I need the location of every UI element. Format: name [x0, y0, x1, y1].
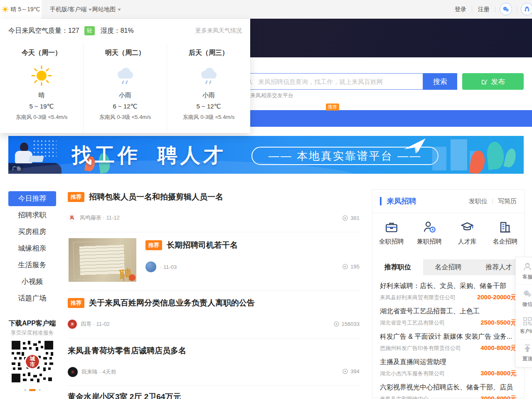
day-desc: 晴: [0, 91, 83, 99]
sidebar-item-today[interactable]: 今日推荐: [8, 191, 56, 206]
qr-carousel-dots: [8, 389, 56, 391]
sun-icon: [30, 64, 53, 87]
write-resume-link[interactable]: 写简历: [498, 197, 517, 205]
job-company: 来凤县六彩眼镜中心: [380, 395, 429, 399]
view-count: 195: [342, 264, 360, 270]
job-listing[interactable]: 六彩视界视光中心招聘店长、储备干部、店员 来凤县六彩眼镜中心3000-8000元: [380, 377, 517, 399]
topbar-divider: [472, 6, 472, 12]
recommend-badge: 推荐: [145, 240, 162, 250]
sidebar-item-dating[interactable]: 城缘相亲: [8, 244, 56, 253]
job-listing[interactable]: 主播及直播间运营助理 湖北小杰汽车服务有限公司3000-8000元: [380, 352, 517, 377]
tab-recommended-jobs[interactable]: 推荐职位: [372, 259, 423, 275]
app-client-button[interactable]: 客户端: [516, 312, 532, 340]
topbar-divider: [495, 6, 495, 12]
views-icon: [342, 264, 348, 270]
avatar: 凤: [68, 214, 76, 222]
feed-item-title[interactable]: 推荐 关于来凤百姓网分类信息业务负责人离职的公告: [68, 298, 255, 308]
customer-service-button[interactable]: 客服: [516, 257, 532, 285]
accent-bar: [380, 197, 382, 205]
job-listing[interactable]: 湖北省壹号工艺品招普工、上色工 湖北省壹号工艺品有限公司2500-5500元: [380, 301, 517, 327]
person-clock-icon: [422, 220, 436, 234]
view-count: 394: [342, 368, 360, 374]
quick-talent-pool[interactable]: 人才库: [448, 213, 486, 257]
feed-item-title[interactable]: 来凤县青荷坊零售店诚聘店员多名: [68, 345, 186, 356]
day-wind: 东南风 0-3级 <5.4m/s: [0, 113, 83, 121]
wechat-icon: [502, 5, 510, 13]
feed-item-meta: 酱 我来咯 · 4天前: [68, 367, 116, 377]
job-title: 科发广告 & 平面设计 新媒体 安装广告 业务...: [380, 332, 517, 341]
register-link[interactable]: 注册: [478, 0, 490, 19]
hot-search-text[interactable]: 来凤相亲交友平台: [250, 92, 293, 99]
views-icon: [333, 321, 340, 327]
job-title: 六彩视界视光中心招聘店长、储备干部、店员: [380, 383, 517, 392]
job-banner-ad[interactable]: 找工作 聘人才 —— 本地真实靠谱平台 —— 广告: [8, 136, 524, 174]
day-desc: 小雨: [84, 91, 167, 99]
customer-service-icon: [522, 261, 532, 271]
topbar-weather-tab[interactable]: 晴 5～19℃: [0, 0, 42, 19]
divider: [68, 232, 360, 232]
weather-day-tomorrow: 明天（周二） 小雨 6 ~ 12℃ 东南风 0-3级 <5.4m/s: [83, 43, 167, 133]
tab-top-companies[interactable]: 名企招聘: [423, 259, 474, 275]
divider: [68, 338, 360, 339]
topbar-sitemap-menu[interactable]: 网站地图: [92, 0, 121, 19]
feed-item-title[interactable]: 推荐 长期招聘司机若干名: [145, 240, 238, 251]
topbar-divider: [517, 6, 517, 12]
topbar-sitemap-label: 网站地图: [92, 6, 116, 13]
sidebar-item-topics[interactable]: 话题广场: [8, 293, 56, 303]
wechat-button[interactable]: 微信: [516, 285, 532, 312]
job-listing[interactable]: 好利来诚聘：店长、文员、采购、储备干部 来凤县好利来商贸有限责任公司2000-2…: [380, 276, 517, 301]
quick-fulltime[interactable]: 全职招聘: [372, 213, 410, 257]
aqi-level-badge: 轻: [84, 26, 95, 35]
qr-code-icon: [523, 317, 532, 326]
sidebar-item-services[interactable]: 生活服务: [8, 260, 56, 270]
day-temp: 5 ~ 19℃: [0, 103, 83, 110]
job-company: 湖北小杰汽车服务有限公司: [380, 370, 445, 377]
sidebar-item-housing[interactable]: 买房租房: [8, 227, 56, 236]
job-listing[interactable]: 科发广告 & 平面设计 新媒体 安装广告 业务... 恩施州科发广告印务有限责任…: [380, 327, 517, 352]
job-salary: 3000-8000元: [480, 395, 517, 399]
page: 晴 5～19℃ 手机版/客户端 网站地图 登录 注册 搜索 发布 来凤相亲交友平…: [0, 0, 532, 399]
qq-login-button[interactable]: [521, 3, 532, 15]
login-link[interactable]: 登录: [455, 0, 466, 19]
publish-button[interactable]: 发布: [462, 73, 524, 90]
qq-icon: [523, 5, 531, 13]
day-title: 今天（周一）: [0, 49, 83, 57]
avatar: [145, 261, 156, 272]
search-button[interactable]: 搜索: [423, 73, 457, 90]
topbar-mobile-menu[interactable]: 手机版/客户端: [50, 0, 92, 19]
carousel-dot-active[interactable]: [29, 389, 36, 391]
building-icon: [498, 220, 512, 234]
jobs-card: 来凤招聘 发职位 写简历 全职招聘 兼职招聘 人才库 名企招聘: [372, 189, 525, 398]
search-input[interactable]: [241, 73, 423, 90]
day-title: 后天（周三）: [167, 49, 250, 57]
view-count: 156033: [333, 321, 360, 327]
job-company: 恩施州科发广告印务有限责任公司: [380, 345, 461, 352]
feed-item-title[interactable]: 推荐 招聘包装人员一名和拍摄剪辑人员一名: [68, 192, 223, 202]
floating-toolbar: 客服 微信 客户端 置顶: [515, 257, 532, 367]
wechat-login-button[interactable]: [500, 3, 512, 15]
job-title: 主播及直播间运营助理: [380, 358, 517, 367]
app-download-subtitle: 享受深度精准服务: [4, 329, 60, 337]
weather-panel: 今日来凤空气质量：127 轻 湿度：81% 更多来凤天气情况 今天（周一） 晴 …: [0, 19, 250, 133]
feed-item-title[interactable]: 黄金水岸小区3室 2厅 2卫64万元: [68, 392, 181, 399]
carousel-dot[interactable]: [24, 389, 26, 391]
recommend-badge: 推荐: [68, 192, 84, 202]
carousel-dot[interactable]: [39, 389, 41, 391]
avatar: 酱: [68, 367, 78, 377]
sun-icon: [2, 6, 9, 13]
sidebar-item-jobs[interactable]: 招聘求职: [8, 210, 56, 220]
rain-icon: [197, 65, 220, 86]
chevron-down-icon: [89, 9, 92, 12]
back-to-top-button[interactable]: 置顶: [516, 340, 532, 367]
svg-text:市: 市: [30, 361, 35, 367]
divider: [68, 291, 360, 291]
more-weather-link[interactable]: 更多来凤天气情况: [195, 27, 242, 34]
topbar-weather-text: 晴 5～19℃: [11, 6, 40, 13]
sidebar-item-videos[interactable]: 小视频: [8, 277, 56, 286]
post-job-link[interactable]: 发职位: [469, 197, 488, 205]
quick-top-companies[interactable]: 名企招聘: [486, 213, 524, 257]
day-desc: 小雨: [167, 91, 250, 99]
app-qr-code: 城 市: [12, 341, 53, 382]
feed-item-thumbnail[interactable]: 聘: [69, 238, 136, 282]
quick-parttime[interactable]: 兼职招聘: [410, 213, 448, 257]
